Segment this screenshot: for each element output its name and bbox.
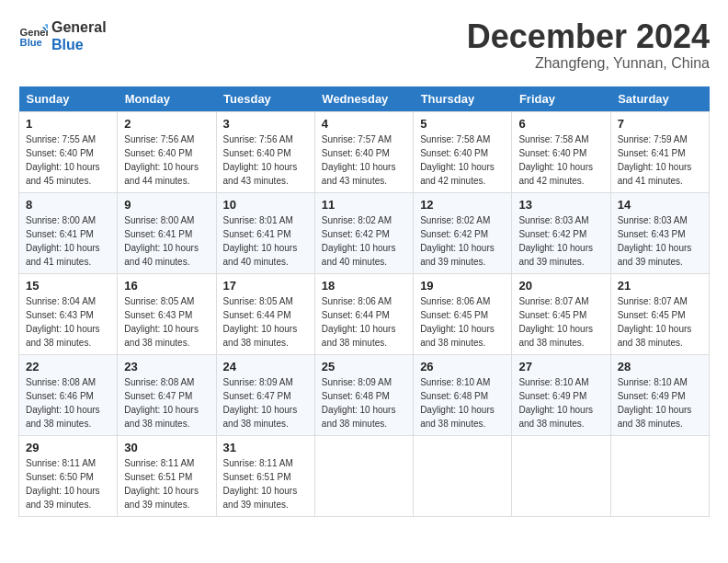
day-number: 19 bbox=[420, 279, 505, 293]
day-detail: Sunrise: 8:00 AMSunset: 6:41 PMDaylight:… bbox=[26, 215, 100, 267]
day-detail: Sunrise: 8:00 AMSunset: 6:41 PMDaylight:… bbox=[124, 215, 199, 267]
day-detail: Sunrise: 8:10 AMSunset: 6:49 PMDaylight:… bbox=[518, 377, 593, 429]
calendar-cell: 26 Sunrise: 8:10 AMSunset: 6:48 PMDaylig… bbox=[414, 354, 512, 435]
day-detail: Sunrise: 7:56 AMSunset: 6:40 PMDaylight:… bbox=[124, 134, 199, 186]
day-number: 14 bbox=[618, 198, 702, 212]
calendar-cell: 24 Sunrise: 8:09 AMSunset: 6:47 PMDaylig… bbox=[216, 354, 314, 435]
calendar-cell: 6 Sunrise: 7:58 AMSunset: 6:40 PMDayligh… bbox=[512, 111, 610, 192]
day-number: 15 bbox=[26, 279, 110, 293]
calendar-week-5: 29 Sunrise: 8:11 AMSunset: 6:50 PMDaylig… bbox=[19, 435, 710, 516]
day-number: 4 bbox=[322, 117, 406, 131]
calendar-cell: 2 Sunrise: 7:56 AMSunset: 6:40 PMDayligh… bbox=[118, 111, 216, 192]
day-detail: Sunrise: 8:02 AMSunset: 6:42 PMDaylight:… bbox=[322, 215, 396, 267]
calendar-cell: 13 Sunrise: 8:03 AMSunset: 6:42 PMDaylig… bbox=[512, 192, 610, 273]
day-number: 1 bbox=[26, 117, 110, 131]
calendar-cell: 31 Sunrise: 8:11 AMSunset: 6:51 PMDaylig… bbox=[216, 435, 314, 516]
calendar-cell: 5 Sunrise: 7:58 AMSunset: 6:40 PMDayligh… bbox=[414, 111, 512, 192]
calendar-cell: 23 Sunrise: 8:08 AMSunset: 6:47 PMDaylig… bbox=[118, 354, 216, 435]
calendar-week-2: 8 Sunrise: 8:00 AMSunset: 6:41 PMDayligh… bbox=[19, 192, 710, 273]
calendar-cell: 14 Sunrise: 8:03 AMSunset: 6:43 PMDaylig… bbox=[610, 192, 709, 273]
calendar-week-4: 22 Sunrise: 8:08 AMSunset: 6:46 PMDaylig… bbox=[19, 354, 710, 435]
day-number: 30 bbox=[124, 441, 209, 454]
day-detail: Sunrise: 7:56 AMSunset: 6:40 PMDaylight:… bbox=[223, 134, 298, 186]
calendar-cell: 15 Sunrise: 8:04 AMSunset: 6:43 PMDaylig… bbox=[19, 273, 118, 354]
day-detail: Sunrise: 8:04 AMSunset: 6:43 PMDaylight:… bbox=[26, 296, 100, 348]
day-detail: Sunrise: 8:03 AMSunset: 6:42 PMDaylight:… bbox=[518, 215, 593, 267]
logo-icon: General Blue bbox=[18, 21, 48, 51]
day-detail: Sunrise: 8:10 AMSunset: 6:48 PMDaylight:… bbox=[420, 377, 495, 429]
calendar-cell: 4 Sunrise: 7:57 AMSunset: 6:40 PMDayligh… bbox=[314, 111, 413, 192]
day-detail: Sunrise: 8:07 AMSunset: 6:45 PMDaylight:… bbox=[518, 296, 593, 348]
day-detail: Sunrise: 8:08 AMSunset: 6:47 PMDaylight:… bbox=[124, 377, 199, 429]
day-number: 21 bbox=[618, 279, 702, 293]
day-number: 29 bbox=[26, 441, 110, 454]
header-friday: Friday bbox=[512, 86, 610, 112]
header-thursday: Thursday bbox=[414, 86, 512, 112]
calendar-cell: 16 Sunrise: 8:05 AMSunset: 6:43 PMDaylig… bbox=[118, 273, 216, 354]
day-number: 26 bbox=[420, 360, 505, 373]
day-number: 27 bbox=[518, 360, 603, 373]
day-detail: Sunrise: 8:09 AMSunset: 6:48 PMDaylight:… bbox=[322, 377, 396, 429]
day-number: 31 bbox=[223, 441, 308, 454]
calendar-cell: 9 Sunrise: 8:00 AMSunset: 6:41 PMDayligh… bbox=[118, 192, 216, 273]
header-sunday: Sunday bbox=[19, 86, 118, 112]
day-number: 7 bbox=[618, 117, 702, 131]
calendar-cell: 25 Sunrise: 8:09 AMSunset: 6:48 PMDaylig… bbox=[314, 354, 413, 435]
day-detail: Sunrise: 8:11 AMSunset: 6:51 PMDaylight:… bbox=[223, 458, 298, 510]
calendar-cell bbox=[314, 435, 413, 516]
day-detail: Sunrise: 8:02 AMSunset: 6:42 PMDaylight:… bbox=[420, 215, 495, 267]
day-number: 13 bbox=[518, 198, 603, 212]
calendar-cell bbox=[512, 435, 610, 516]
calendar-cell: 22 Sunrise: 8:08 AMSunset: 6:46 PMDaylig… bbox=[19, 354, 118, 435]
calendar-cell bbox=[610, 435, 709, 516]
month-title: December 2024 bbox=[467, 18, 710, 55]
calendar-cell: 30 Sunrise: 8:11 AMSunset: 6:51 PMDaylig… bbox=[118, 435, 216, 516]
day-number: 10 bbox=[223, 198, 308, 212]
day-number: 5 bbox=[420, 117, 505, 131]
header-saturday: Saturday bbox=[610, 86, 709, 112]
calendar-cell: 7 Sunrise: 7:59 AMSunset: 6:41 PMDayligh… bbox=[610, 111, 709, 192]
calendar-cell: 8 Sunrise: 8:00 AMSunset: 6:41 PMDayligh… bbox=[19, 192, 118, 273]
logo-line1: General bbox=[51, 18, 107, 36]
location-title: Zhangfeng, Yunnan, China bbox=[467, 55, 710, 72]
day-detail: Sunrise: 8:11 AMSunset: 6:50 PMDaylight:… bbox=[26, 458, 100, 510]
day-detail: Sunrise: 8:01 AMSunset: 6:41 PMDaylight:… bbox=[223, 215, 298, 267]
day-number: 12 bbox=[420, 198, 505, 212]
day-detail: Sunrise: 8:08 AMSunset: 6:46 PMDaylight:… bbox=[26, 377, 100, 429]
svg-text:Blue: Blue bbox=[20, 37, 42, 48]
calendar-cell: 10 Sunrise: 8:01 AMSunset: 6:41 PMDaylig… bbox=[216, 192, 314, 273]
calendar-table: SundayMondayTuesdayWednesdayThursdayFrid… bbox=[18, 86, 710, 517]
day-detail: Sunrise: 7:59 AMSunset: 6:41 PMDaylight:… bbox=[618, 134, 692, 186]
day-number: 3 bbox=[223, 117, 308, 131]
day-number: 11 bbox=[322, 198, 406, 212]
logo-line2: Blue bbox=[51, 36, 107, 53]
day-detail: Sunrise: 8:10 AMSunset: 6:49 PMDaylight:… bbox=[618, 377, 692, 429]
calendar-week-3: 15 Sunrise: 8:04 AMSunset: 6:43 PMDaylig… bbox=[19, 273, 710, 354]
calendar-cell: 3 Sunrise: 7:56 AMSunset: 6:40 PMDayligh… bbox=[216, 111, 314, 192]
day-detail: Sunrise: 8:05 AMSunset: 6:43 PMDaylight:… bbox=[124, 296, 199, 348]
calendar-cell: 29 Sunrise: 8:11 AMSunset: 6:50 PMDaylig… bbox=[19, 435, 118, 516]
day-detail: Sunrise: 7:58 AMSunset: 6:40 PMDaylight:… bbox=[518, 134, 593, 186]
day-detail: Sunrise: 8:03 AMSunset: 6:43 PMDaylight:… bbox=[618, 215, 692, 267]
day-number: 25 bbox=[322, 360, 406, 373]
day-number: 28 bbox=[618, 360, 702, 373]
day-detail: Sunrise: 8:06 AMSunset: 6:45 PMDaylight:… bbox=[420, 296, 495, 348]
title-area: December 2024 Zhangfeng, Yunnan, China bbox=[467, 18, 710, 72]
day-detail: Sunrise: 8:09 AMSunset: 6:47 PMDaylight:… bbox=[223, 377, 298, 429]
calendar-cell: 12 Sunrise: 8:02 AMSunset: 6:42 PMDaylig… bbox=[414, 192, 512, 273]
calendar-cell: 19 Sunrise: 8:06 AMSunset: 6:45 PMDaylig… bbox=[414, 273, 512, 354]
calendar-header-row: SundayMondayTuesdayWednesdayThursdayFrid… bbox=[19, 86, 710, 112]
calendar-cell: 28 Sunrise: 8:10 AMSunset: 6:49 PMDaylig… bbox=[610, 354, 709, 435]
day-number: 20 bbox=[518, 279, 603, 293]
day-detail: Sunrise: 7:57 AMSunset: 6:40 PMDaylight:… bbox=[322, 134, 396, 186]
logo: General Blue General Blue bbox=[18, 18, 107, 53]
day-number: 6 bbox=[518, 117, 603, 131]
calendar-cell: 1 Sunrise: 7:55 AMSunset: 6:40 PMDayligh… bbox=[19, 111, 118, 192]
page-header: General Blue General Blue December 2024 … bbox=[18, 18, 710, 72]
day-number: 2 bbox=[124, 117, 209, 131]
calendar-cell bbox=[414, 435, 512, 516]
header-tuesday: Tuesday bbox=[216, 86, 314, 112]
day-detail: Sunrise: 8:06 AMSunset: 6:44 PMDaylight:… bbox=[322, 296, 396, 348]
calendar-cell: 18 Sunrise: 8:06 AMSunset: 6:44 PMDaylig… bbox=[314, 273, 413, 354]
calendar-cell: 17 Sunrise: 8:05 AMSunset: 6:44 PMDaylig… bbox=[216, 273, 314, 354]
